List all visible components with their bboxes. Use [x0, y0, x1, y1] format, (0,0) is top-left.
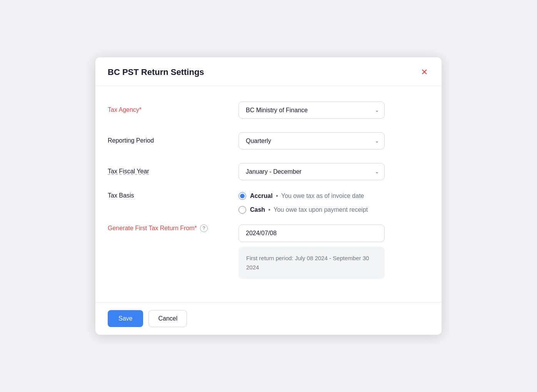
- generate-first-return-row: Generate First Tax Return From* ? First …: [108, 224, 429, 279]
- tax-basis-cash-item[interactable]: Cash • You owe tax upon payment receipt: [238, 206, 429, 214]
- reporting-period-select-wrapper: Monthly Quarterly Annually ⌄: [238, 132, 385, 149]
- reporting-period-control: Monthly Quarterly Annually ⌄: [238, 132, 429, 149]
- tax-basis-accrual-item[interactable]: Accrual • You owe tax as of invoice date: [238, 192, 429, 200]
- dialog-header: BC PST Return Settings ✕: [95, 57, 442, 86]
- tax-basis-accrual-label: Accrual • You owe tax as of invoice date: [250, 193, 364, 199]
- generate-first-return-input[interactable]: [238, 224, 385, 242]
- tax-agency-select[interactable]: BC Ministry of Finance CRA Other: [238, 101, 385, 119]
- save-button[interactable]: Save: [108, 310, 143, 327]
- reporting-period-row: Reporting Period Monthly Quarterly Annua…: [108, 131, 429, 151]
- reporting-period-select[interactable]: Monthly Quarterly Annually: [238, 132, 385, 149]
- return-period-info: First return period: July 08 2024 - Sept…: [238, 247, 385, 279]
- tax-basis-cash-radio[interactable]: [238, 206, 246, 214]
- dialog-title: BC PST Return Settings: [108, 67, 204, 77]
- tax-agency-control: BC Ministry of Finance CRA Other ⌄: [238, 101, 429, 119]
- tax-fiscal-year-select[interactable]: January - December April - March July - …: [238, 163, 385, 180]
- tax-basis-row: Tax Basis Accrual • You owe tax as of in…: [108, 192, 429, 214]
- tax-fiscal-year-control: January - December April - March July - …: [238, 163, 429, 180]
- generate-first-return-help-icon[interactable]: ?: [200, 224, 208, 232]
- tax-basis-accrual-radio[interactable]: [238, 192, 246, 200]
- close-button[interactable]: ✕: [419, 66, 429, 78]
- reporting-period-label: Reporting Period: [108, 137, 238, 144]
- generate-first-return-control: First return period: July 08 2024 - Sept…: [238, 224, 429, 279]
- dialog-body: Tax Agency* BC Ministry of Finance CRA O…: [95, 86, 442, 302]
- tax-fiscal-year-select-wrapper: January - December April - March July - …: [238, 163, 385, 180]
- bc-pst-return-settings-dialog: BC PST Return Settings ✕ Tax Agency* BC …: [95, 57, 442, 335]
- tax-agency-select-wrapper: BC Ministry of Finance CRA Other ⌄: [238, 101, 385, 119]
- tax-basis-control: Accrual • You owe tax as of invoice date…: [238, 192, 429, 214]
- tax-fiscal-year-row: Tax Fiscal Year January - December April…: [108, 161, 429, 181]
- tax-basis-radio-group: Accrual • You owe tax as of invoice date…: [238, 192, 429, 214]
- tax-agency-row: Tax Agency* BC Ministry of Finance CRA O…: [108, 100, 429, 120]
- tax-basis-cash-label: Cash • You owe tax upon payment receipt: [250, 206, 368, 213]
- dialog-footer: Save Cancel: [95, 302, 442, 335]
- cancel-button[interactable]: Cancel: [148, 310, 187, 327]
- generate-first-return-label: Generate First Tax Return From* ?: [108, 224, 238, 232]
- generate-first-return-label-text: Generate First Tax Return From*: [108, 225, 197, 232]
- tax-basis-label: Tax Basis: [108, 192, 238, 199]
- tax-agency-label: Tax Agency*: [108, 106, 238, 113]
- tax-fiscal-year-label: Tax Fiscal Year: [108, 168, 238, 175]
